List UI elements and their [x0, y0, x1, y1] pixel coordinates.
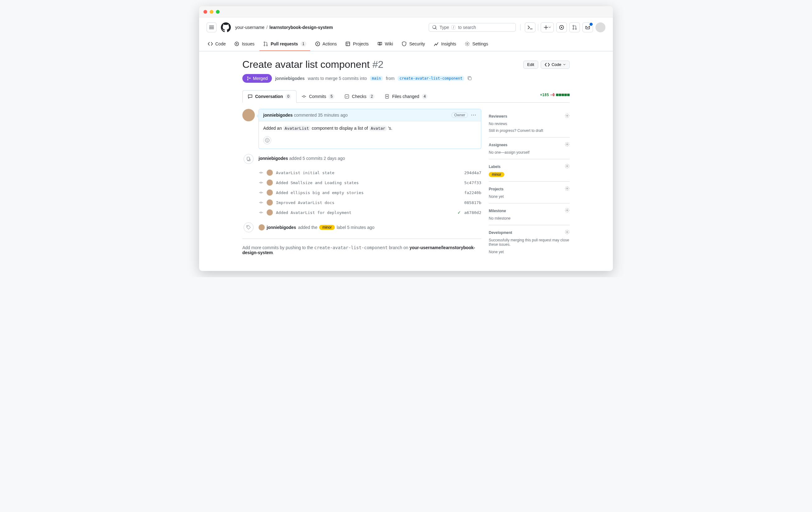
- svg-point-35: [567, 232, 568, 233]
- svg-point-9: [266, 45, 267, 46]
- label-event: jonniebigodes added the minor label 5 mi…: [259, 222, 375, 231]
- svg-point-31: [567, 144, 568, 145]
- tab-commits[interactable]: Commits5: [296, 90, 340, 102]
- comment-author[interactable]: jonniebigodes: [263, 113, 293, 118]
- tab-wiki[interactable]: Wiki: [374, 38, 397, 51]
- commit-node-icon: [259, 190, 263, 195]
- create-new-button[interactable]: [541, 22, 554, 32]
- svg-point-26: [260, 192, 262, 193]
- svg-point-24: [260, 172, 262, 173]
- svg-point-27: [260, 202, 262, 203]
- github-logo[interactable]: [221, 22, 231, 32]
- comment-menu-icon[interactable]: ···: [471, 113, 476, 118]
- breadcrumb: your-username / learnstorybook-design-sy…: [235, 25, 333, 30]
- commit-sha[interactable]: a6780d2: [464, 210, 481, 215]
- sidebar-milestone-title: Milestone: [489, 209, 506, 213]
- sidebar-reviewers-body: No reviews: [489, 122, 570, 126]
- tab-conversation[interactable]: Conversation0: [242, 90, 296, 103]
- tab-checks[interactable]: Checks2: [340, 90, 380, 102]
- tab-code[interactable]: Code: [204, 38, 229, 51]
- gear-icon[interactable]: [565, 208, 570, 214]
- sidebar-reviewers-title: Reviewers: [489, 114, 507, 119]
- push-hint: Add more commits by pushing to the creat…: [242, 239, 481, 255]
- commit-sha[interactable]: 294d4a7: [464, 171, 481, 175]
- commit-author-avatar[interactable]: [267, 170, 273, 176]
- commit-message[interactable]: Added ellipsis big and empty stories: [276, 190, 461, 195]
- svg-point-3: [573, 28, 574, 30]
- add-reaction-button[interactable]: [263, 136, 271, 144]
- sidebar-development-title: Development: [489, 231, 512, 235]
- svg-point-20: [265, 139, 269, 143]
- commit-message[interactable]: AvatarList initial state: [276, 171, 461, 175]
- copy-branch-icon[interactable]: [467, 76, 472, 81]
- svg-point-29: [247, 226, 248, 227]
- tab-pull-requests[interactable]: Pull requests1: [259, 37, 310, 51]
- commit-author-avatar[interactable]: [267, 179, 273, 186]
- user-avatar[interactable]: [596, 22, 605, 32]
- svg-point-32: [567, 165, 568, 167]
- svg-point-1: [561, 27, 562, 28]
- assign-yourself-link[interactable]: assign yourself: [504, 150, 529, 155]
- commit-message[interactable]: Improved AvatarList docs: [276, 200, 461, 205]
- svg-rect-18: [345, 95, 349, 98]
- issues-button[interactable]: [556, 22, 567, 32]
- commit-node-icon: [259, 170, 263, 175]
- pull-requests-button[interactable]: [569, 22, 580, 32]
- gear-icon[interactable]: [565, 113, 570, 119]
- commit-node-icon: [259, 210, 263, 215]
- commit-row: AvatarList initial state294d4a7: [259, 168, 481, 178]
- comment-author-avatar[interactable]: [242, 109, 255, 121]
- sidebar-milestone-body: No milestone: [489, 216, 570, 220]
- label-chip[interactable]: minor: [489, 172, 504, 177]
- commit-sha[interactable]: fa2240b: [464, 190, 481, 195]
- pr-meta-text: wants to merge 5 commits into: [308, 76, 367, 81]
- commit-author-avatar[interactable]: [267, 189, 273, 195]
- sidebar-projects-title: Projects: [489, 187, 503, 191]
- comment-timestamp: commented 35 minutes ago: [294, 113, 348, 118]
- command-palette-button[interactable]: [525, 22, 535, 32]
- label-chip[interactable]: minor: [319, 225, 335, 230]
- base-branch[interactable]: main: [370, 76, 383, 81]
- breadcrumb-repo[interactable]: learnstorybook-design-system: [269, 25, 333, 30]
- breadcrumb-owner[interactable]: your-username: [235, 25, 264, 30]
- sidebar-assignees-title: Assignees: [489, 143, 508, 147]
- svg-point-2: [573, 25, 574, 26]
- pr-state-badge: Merged: [242, 74, 272, 83]
- window-close[interactable]: [203, 10, 207, 14]
- commit-message[interactable]: Added Smallsize and Loading states: [276, 180, 461, 185]
- search-input[interactable]: Type / to search: [429, 23, 516, 32]
- sidebar-development-body: Successfully merging this pull request m…: [489, 238, 570, 247]
- tab-security[interactable]: Security: [398, 38, 429, 51]
- pr-author[interactable]: jonniebigodes: [275, 76, 304, 81]
- tab-insights[interactable]: Insights: [430, 38, 460, 51]
- commit-author-avatar[interactable]: [267, 209, 273, 216]
- svg-rect-16: [468, 77, 471, 80]
- window-minimize[interactable]: [210, 10, 213, 14]
- tab-settings[interactable]: Settings: [461, 38, 492, 51]
- tab-actions[interactable]: Actions: [312, 38, 341, 51]
- gear-icon[interactable]: [565, 230, 570, 236]
- notifications-button[interactable]: [582, 22, 593, 32]
- svg-point-14: [247, 79, 249, 81]
- gear-icon[interactable]: [565, 186, 570, 192]
- gear-icon[interactable]: [565, 142, 570, 148]
- pr-title: Create avatar list component #2: [242, 59, 384, 70]
- gear-icon[interactable]: [565, 163, 570, 170]
- tab-files-changed[interactable]: Files changed4: [380, 90, 432, 102]
- edit-button[interactable]: Edit: [523, 61, 538, 69]
- commit-sha[interactable]: 5c47f33: [464, 180, 481, 185]
- commit-message[interactable]: Added AvatarList for deployment: [276, 210, 454, 215]
- svg-rect-11: [346, 42, 350, 46]
- commit-author-avatar[interactable]: [267, 200, 273, 206]
- window-maximize[interactable]: [216, 10, 220, 14]
- convert-to-draft-link[interactable]: Convert to draft: [517, 128, 543, 133]
- tab-issues[interactable]: Issues: [231, 38, 258, 51]
- repository-navigation: Code Issues Pull requests1 Actions Proje…: [199, 37, 613, 51]
- commit-sha[interactable]: 085817b: [464, 200, 481, 205]
- head-branch[interactable]: create-avatar-list-component: [398, 76, 464, 81]
- code-dropdown-button[interactable]: Code: [541, 61, 570, 69]
- tab-projects[interactable]: Projects: [342, 38, 372, 51]
- svg-point-22: [267, 140, 268, 140]
- label-event-avatar[interactable]: [259, 224, 265, 231]
- hamburger-menu[interactable]: [207, 22, 216, 32]
